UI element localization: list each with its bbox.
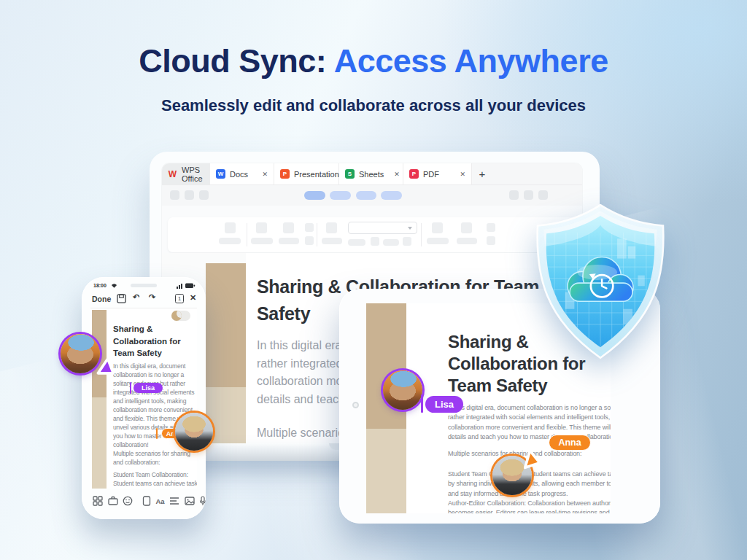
ribbon-label [251, 238, 273, 244]
text-line: collaboration more convenient [113, 405, 196, 414]
emoji-icon[interactable] [123, 496, 133, 506]
chrome-button[interactable] [524, 190, 533, 200]
document-image-placeholder [366, 429, 406, 513]
done-button[interactable]: Done [92, 295, 111, 303]
undo-icon[interactable]: ↶ [133, 292, 139, 302]
ribbon-button[interactable] [256, 222, 267, 233]
text-line: and stay informed about the task progres… [448, 489, 611, 499]
redo-icon[interactable]: ↷ [149, 292, 155, 302]
anna-portrait [175, 413, 213, 451]
quick-access-pill[interactable] [356, 191, 376, 200]
chrome-button[interactable] [170, 190, 179, 200]
mic-icon[interactable] [199, 496, 206, 506]
ribbon-button[interactable] [487, 223, 495, 232]
ribbon-toolbar [168, 217, 576, 252]
ribbon-label [219, 238, 241, 244]
ribbon-button[interactable] [283, 222, 294, 233]
ribbon-button[interactable] [487, 236, 495, 245]
ribbon-button[interactable] [403, 237, 411, 246]
chevron-down-icon [408, 227, 412, 230]
document-image-placeholder [92, 397, 107, 489]
chrome-button[interactable] [185, 190, 194, 200]
tab-strip: WWPS OfficeWDocs✕PPresentation✕SSheets✕P… [162, 163, 582, 185]
text-line: Student teams can achieve task [113, 479, 197, 488]
ribbon-button[interactable] [225, 222, 236, 233]
align-icon[interactable] [169, 497, 179, 505]
signal-battery-icons [177, 282, 196, 289]
ribbon-button[interactable] [305, 236, 314, 245]
text-line: collaboration more convenient and flexib… [448, 423, 611, 432]
text-line: Author-Editor Collaboration: Collaborati… [448, 499, 611, 508]
ribbon-label [457, 238, 477, 244]
font-icon[interactable]: Aa [156, 497, 165, 505]
toolbox-icon[interactable] [108, 496, 118, 506]
tab-label: Sheets [359, 170, 384, 179]
chrome-button[interactable] [509, 190, 519, 200]
ribbon-label [279, 238, 299, 244]
wifi-icon [111, 283, 117, 289]
text-line: Team Safety [448, 375, 585, 397]
tab-sheets[interactable]: SSheets✕ [339, 163, 403, 184]
text-line: In this digital era, document [113, 362, 196, 370]
page-title: Cloud Sync: Access Anywhere [0, 42, 747, 80]
font-combobox[interactable] [348, 222, 417, 234]
tab-presentation[interactable]: PPresentation✕ [274, 163, 339, 184]
chrome-button[interactable] [538, 190, 548, 200]
grid-icon[interactable] [93, 496, 103, 506]
ribbon-label [427, 238, 449, 244]
ribbon-label [383, 239, 399, 246]
save-icon[interactable] [117, 294, 126, 303]
phone-document-area: Sharing &Collaboration forTeam Safety In… [90, 308, 197, 489]
ribbon-button[interactable] [326, 222, 337, 233]
tab-pdf[interactable]: PPDF✕ [403, 163, 472, 184]
device-icon[interactable] [142, 496, 151, 506]
phone-toolbar: Done ↶ ↷ 1 ✕ [90, 291, 197, 308]
anna-text-caret [156, 428, 158, 439]
status-time: 18:00 [93, 283, 107, 288]
text-line: collaboration is no longer a [113, 370, 196, 379]
ribbon-label [322, 238, 342, 244]
tab-wps-office[interactable]: WWPS Office [162, 163, 210, 184]
ribbon-button[interactable] [305, 223, 314, 232]
phone-status-bar: 18:00 [90, 282, 197, 291]
page-count-box[interactable]: 1 [175, 294, 184, 303]
text-line: collaboration by sharing [113, 488, 197, 489]
cloud-sync-shield-icon [530, 202, 670, 361]
lisa-name-pill: Lisa [425, 396, 463, 413]
text-line: and intelligent tools, making [113, 397, 196, 405]
new-tab-button[interactable]: + [472, 163, 492, 184]
browser-chrome-bar [162, 185, 582, 206]
tab-close-icon[interactable]: ✕ [388, 171, 400, 178]
presentation-icon: P [280, 169, 290, 179]
close-icon[interactable]: ✕ [190, 293, 196, 303]
text-line: Student Team Collaboration: [113, 470, 197, 479]
tab-close-icon[interactable]: ✕ [454, 171, 465, 178]
lisa-text-caret [130, 382, 131, 394]
image-icon[interactable] [185, 497, 195, 505]
dark-mode-toggle[interactable] [171, 311, 190, 321]
document-scenarios-lines: Multiple scenarios for sharingand collab… [113, 449, 190, 467]
quick-access-pill[interactable] [330, 191, 351, 200]
document-heading: Sharing &Collaboration forTeam Safety [113, 323, 181, 359]
hero: Cloud Sync: Access Anywhere Seamlessly e… [0, 42, 747, 115]
tab-close-icon[interactable]: ✕ [256, 171, 268, 178]
moon-icon [171, 311, 182, 321]
docs-icon: W [216, 169, 225, 179]
document-detail-body: Student Team Collaboration:Student teams… [113, 470, 197, 489]
anna-cursor-icon [516, 446, 546, 472]
tab-docs[interactable]: WDocs✕ [210, 163, 274, 184]
quick-access-pill[interactable] [381, 191, 402, 200]
tab-label: Presentation [294, 170, 339, 179]
document-image-placeholder [206, 263, 246, 387]
ribbon-button[interactable] [461, 222, 472, 233]
title-prefix: Cloud Sync: [139, 42, 333, 79]
tab-label: PDF [423, 170, 439, 179]
text-line: Collaboration for [113, 335, 181, 348]
chrome-button[interactable] [199, 190, 209, 200]
ribbon-button[interactable] [432, 222, 443, 233]
ribbon-button[interactable] [371, 237, 379, 246]
quick-access-pill[interactable] [304, 191, 325, 200]
text-line: Sharing & [113, 323, 181, 335]
tab-label: WPS Office [182, 166, 204, 183]
phone-notch [131, 284, 157, 287]
